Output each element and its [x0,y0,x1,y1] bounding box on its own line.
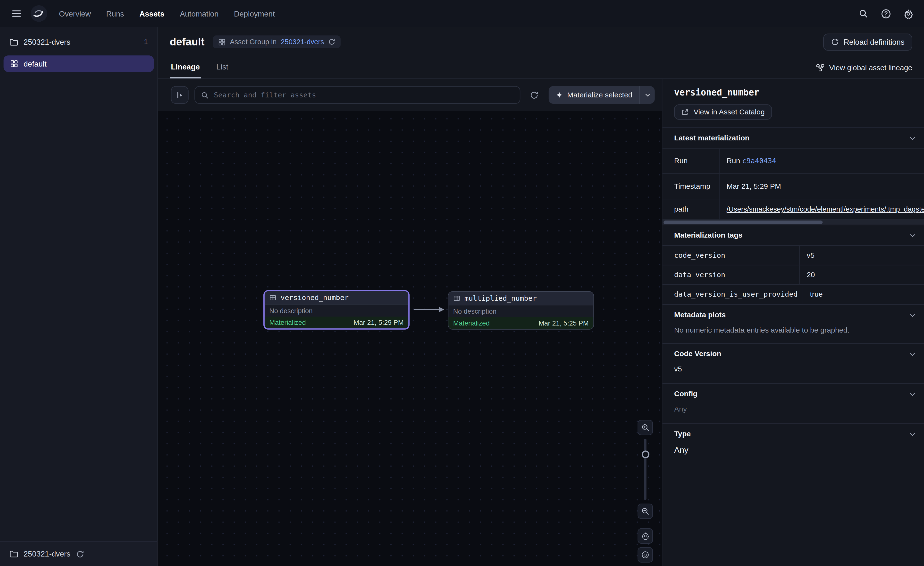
lineage-graph-icon [816,63,825,72]
zoom-slider-handle[interactable] [641,450,649,458]
chevron-down-icon [909,312,916,318]
search-icon [201,91,209,99]
nav-item-overview[interactable]: Overview [59,9,91,18]
scrollbar-thumb[interactable] [663,220,822,224]
search-icon[interactable] [855,6,871,21]
section-latest-materialization[interactable]: Latest materialization [662,127,924,148]
nav-item-deployment[interactable]: Deployment [234,9,275,18]
table-row: path /Users/smackesey/stm/code/elementl/… [662,199,924,219]
chevron-down-icon [909,391,916,397]
tag-value: 20 [799,265,924,284]
refresh-graph-button[interactable] [526,87,542,103]
type-value: Any [662,444,924,467]
lineage-canvas[interactable]: versioned_number No description Material… [158,111,662,566]
zoom-in-button[interactable] [638,420,653,435]
asset-group-badge[interactable]: Asset Group in 250321-dvers [213,35,340,48]
table-icon [453,295,460,302]
badge-prefix-text: Asset Group in [230,38,277,46]
tag-key: code_version [662,246,799,265]
refresh-icon[interactable] [328,38,335,45]
focus-face-button[interactable] [638,547,653,563]
external-link-icon [681,108,689,116]
asset-sidebar: 250321-dvers 1 default 250321-dvers [0,27,158,566]
nav-item-runs[interactable]: Runs [106,9,124,18]
asset-node-timestamp: Mar 21, 5:29 PM [354,319,404,326]
section-type[interactable]: Type [662,423,924,444]
nav-item-automation[interactable]: Automation [180,9,219,18]
view-global-lineage-link[interactable]: View global asset lineage [816,63,912,72]
asset-node-timestamp: Mar 21, 5:25 PM [539,320,589,327]
config-value: Any [662,404,924,423]
asset-node-multiplied-number[interactable]: multiplied_number No description Materia… [448,291,594,330]
tag-key: data_version_is_user_provided [662,285,802,304]
section-materialization-tags[interactable]: Materialization tags [662,225,924,245]
sidebar-group-row[interactable]: 250321-dvers 1 [0,33,158,51]
primary-nav: Overview Runs Assets Automation Deployme… [59,9,275,18]
table-row: data_version_is_user_provided true [662,284,924,304]
asset-search-input[interactable] [214,91,513,99]
sidebar-group-label: 250321-dvers [24,38,70,46]
chevron-down-icon [909,351,916,357]
reload-definitions-label: Reload definitions [844,38,904,46]
materialize-dropdown-button[interactable] [639,86,655,104]
graph-settings-button[interactable] [638,528,653,543]
view-global-lineage-label: View global asset lineage [830,63,912,72]
page-header: default Asset Group in 250321-dvers [158,27,924,57]
row-label: path [662,199,719,219]
materialization-path-link[interactable]: /Users/smackesey/stm/code/elementl/exper… [727,205,924,214]
sidebar-group-count: 1 [144,38,148,46]
tab-lineage[interactable]: Lineage [170,57,201,78]
tabs-bar: Lineage List View global asset lineage [158,57,924,79]
chevron-down-icon [909,135,916,142]
zoom-controls [637,420,654,562]
row-value: /Users/smackesey/stm/code/elementl/exper… [719,199,924,219]
asset-node-versioned-number[interactable]: versioned_number No description Material… [263,290,410,330]
tab-list[interactable]: List [215,57,230,78]
help-icon[interactable] [878,6,893,21]
asset-node-description: No description [265,304,408,316]
asset-detail-panel: versioned_number View in Asset Catalog L… [662,79,924,566]
lineage-toolbar: Materialize selected [158,79,662,111]
nav-item-assets[interactable]: Assets [140,9,165,18]
zoom-slider[interactable] [638,439,653,500]
asset-node-status: Materialized [269,319,306,326]
section-config[interactable]: Config [662,383,924,404]
table-row: Timestamp Mar 21, 5:29 PM [662,173,924,199]
view-in-asset-catalog-button[interactable]: View in Asset Catalog [674,104,772,120]
sidebar-item-label: default [24,59,46,68]
metadata-plots-empty-text: No numeric metadata entries available to… [662,325,924,343]
run-id-link[interactable]: c9a40434 [742,157,776,165]
sidebar-item-default[interactable]: default [4,56,154,72]
run-prefix: Run [727,157,740,165]
panel-toggle-button[interactable] [171,86,189,104]
app-root: Overview Runs Assets Automation Deployme… [0,0,924,566]
asset-node-name: versioned_number [280,294,349,302]
settings-gear-icon[interactable] [900,6,916,21]
table-row: data_version 20 [662,265,924,284]
zoom-out-button[interactable] [638,504,653,519]
dagster-logo[interactable] [29,4,48,23]
section-code-version[interactable]: Code Version [662,343,924,364]
section-metadata-plots[interactable]: Metadata plots [662,304,924,325]
table-row: Run Run c9a40434 [662,148,924,173]
menu-icon[interactable] [8,5,25,22]
sidebar-footer-label: 250321-dvers [24,549,70,558]
refresh-icon[interactable] [76,550,84,558]
materialize-selected-button[interactable]: Materialize selected [548,86,639,104]
sparkle-icon [555,91,562,98]
asset-node-status: Materialized [453,320,490,327]
folder-icon [9,38,18,46]
reload-definitions-button[interactable]: Reload definitions [823,33,912,50]
badge-repo-link[interactable]: 250321-dvers [280,38,324,46]
panel-asset-title: versioned_number [674,87,912,98]
horizontal-scrollbar[interactable] [662,219,924,225]
folder-icon [9,549,18,558]
asset-search-box [195,86,520,104]
row-value: Mar 21, 5:29 PM [719,174,924,199]
row-label: Run [662,149,719,173]
reload-icon [831,38,839,46]
tag-key: data_version [662,265,799,284]
view-in-asset-catalog-label: View in Asset Catalog [694,108,765,116]
code-version-value: v5 [662,364,924,383]
top-navigation: Overview Runs Assets Automation Deployme… [0,0,924,27]
